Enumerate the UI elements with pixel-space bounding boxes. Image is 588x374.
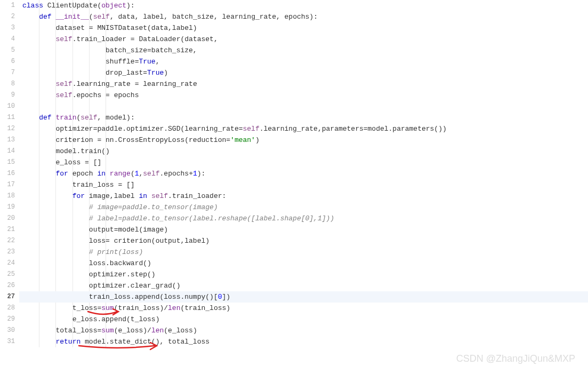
line-gutter: 1234567891011121314151617181920212223242… bbox=[0, 0, 19, 347]
code-line[interactable]: return model.state_dict(), total_loss bbox=[19, 336, 588, 347]
line-number: 22 bbox=[0, 235, 15, 246]
line-number: 6 bbox=[0, 56, 15, 67]
line-number: 23 bbox=[0, 246, 15, 258]
code-line[interactable]: self.train_loader = DataLoader(dataset, bbox=[19, 34, 588, 45]
line-number: 17 bbox=[0, 179, 15, 190]
line-number: 1 bbox=[0, 0, 15, 11]
line-number: 12 bbox=[0, 123, 15, 134]
code-line[interactable]: # image=paddle.to_tensor(image) bbox=[19, 202, 588, 213]
code-line[interactable]: for epoch in range(1,self.epochs+1): bbox=[19, 168, 588, 179]
code-line[interactable]: def train(self, model): bbox=[19, 112, 588, 123]
line-number: 9 bbox=[0, 90, 15, 101]
code-line[interactable]: output=model(image) bbox=[19, 224, 588, 235]
line-number: 24 bbox=[0, 258, 15, 269]
line-number: 5 bbox=[0, 45, 15, 56]
line-number: 18 bbox=[0, 190, 15, 202]
code-line[interactable]: train_loss = [] bbox=[19, 179, 588, 190]
code-line[interactable]: train_loss.append(loss.numpy()[0]) bbox=[19, 291, 588, 303]
line-number: 21 bbox=[0, 224, 15, 235]
line-number: 11 bbox=[0, 112, 15, 123]
code-line[interactable]: # label=paddle.to_tensor(label.reshape([… bbox=[19, 213, 588, 224]
code-line[interactable]: e_loss = [] bbox=[19, 157, 588, 168]
line-number: 16 bbox=[0, 168, 15, 179]
code-line[interactable]: batch_size=batch_size, bbox=[19, 45, 588, 56]
line-number: 30 bbox=[0, 325, 15, 336]
line-number: 10 bbox=[0, 101, 15, 112]
code-line[interactable]: self.epochs = epochs bbox=[19, 90, 588, 101]
code-line[interactable]: shuffle=True, bbox=[19, 56, 588, 67]
code-line[interactable]: e_loss.append(t_loss) bbox=[19, 314, 588, 325]
code-editor[interactable]: 1234567891011121314151617181920212223242… bbox=[0, 0, 588, 347]
code-line[interactable]: loss.backward() bbox=[19, 258, 588, 269]
code-line[interactable]: optimizer.step() bbox=[19, 269, 588, 280]
code-line[interactable]: criterion = nn.CrossEntropyLoss(reductio… bbox=[19, 134, 588, 146]
line-number: 2 bbox=[0, 11, 15, 22]
line-number: 25 bbox=[0, 269, 15, 280]
code-line[interactable]: def __init__(self, data, label, batch_si… bbox=[19, 11, 588, 22]
code-line[interactable] bbox=[19, 101, 588, 112]
line-number: 20 bbox=[0, 213, 15, 224]
code-line[interactable]: drop_last=True) bbox=[19, 67, 588, 78]
watermark-text: CSDN @ZhangJiQun&MXP bbox=[456, 353, 575, 364]
line-number: 4 bbox=[0, 34, 15, 45]
code-line[interactable]: self.learning_rate = learning_rate bbox=[19, 78, 588, 90]
line-number: 13 bbox=[0, 134, 15, 146]
line-number: 7 bbox=[0, 67, 15, 78]
line-number: 31 bbox=[0, 336, 15, 347]
code-line[interactable]: # print(loss) bbox=[19, 246, 588, 258]
code-area[interactable]: class ClientUpdate(object): def __init__… bbox=[19, 0, 588, 347]
code-line[interactable]: for image,label in self.train_loader: bbox=[19, 190, 588, 202]
code-line[interactable]: model.train() bbox=[19, 146, 588, 157]
line-number: 14 bbox=[0, 146, 15, 157]
code-line[interactable]: class ClientUpdate(object): bbox=[19, 0, 588, 11]
code-line[interactable]: t_loss=sum(train_loss)/len(train_loss) bbox=[19, 303, 588, 314]
code-line[interactable]: optimizer.clear_grad() bbox=[19, 280, 588, 291]
line-number: 8 bbox=[0, 78, 15, 90]
code-line[interactable]: total_loss=sum(e_loss)/len(e_loss) bbox=[19, 325, 588, 336]
line-number: 15 bbox=[0, 157, 15, 168]
line-number: 28 bbox=[0, 303, 15, 314]
code-line[interactable]: loss= criterion(output,label) bbox=[19, 235, 588, 246]
code-line[interactable]: optimizer=paddle.optimizer.SGD(learning_… bbox=[19, 123, 588, 134]
line-number: 26 bbox=[0, 280, 15, 291]
line-number: 29 bbox=[0, 314, 15, 325]
line-number: 27 bbox=[0, 291, 15, 303]
line-number: 3 bbox=[0, 22, 15, 34]
code-line[interactable]: dataset = MNISTDataset(data,label) bbox=[19, 22, 588, 34]
line-number: 19 bbox=[0, 202, 15, 213]
